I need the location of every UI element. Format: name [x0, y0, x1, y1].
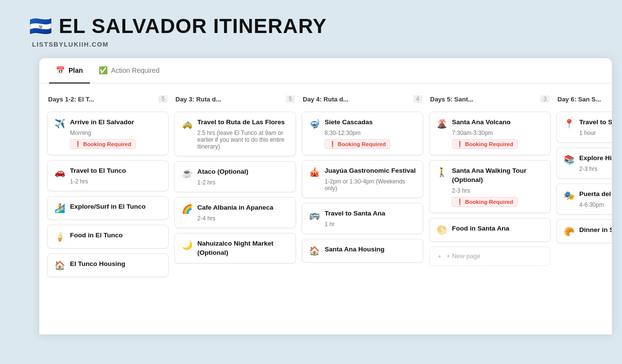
walk-icon: 🚶: [436, 167, 447, 178]
tab-bar: 📅 Plan ✅ Action Required: [39, 58, 612, 83]
rainbow-icon: 🌈: [182, 204, 192, 215]
card-festival[interactable]: 🎪 Juayúa Gastronomic Festival 1-2pm or 1…: [302, 160, 423, 198]
column-title-4: Days 5: Sant...: [430, 96, 473, 103]
card-cafe-sub: 2-4 hrs: [197, 215, 274, 222]
pin-icon: 📍: [564, 118, 574, 129]
new-page-label: + New page: [447, 252, 481, 260]
tab-plan-label: Plan: [69, 66, 83, 74]
column-days-5: Days 5: Sant... 3 🌋 Santa Ana Volcano 7:…: [429, 93, 551, 323]
card-ataco[interactable]: ☕ Ataco (Optional) 1-2 hrs: [174, 161, 296, 192]
plus-icon: ＋: [436, 252, 443, 261]
site-url: LISTSBYLUKIIH.COM: [29, 41, 593, 48]
card-siete-cascadas[interactable]: 🤿 Siete Cascadas 8:30-12:30pm ❗ Booking …: [302, 112, 423, 155]
page-header: 🇸🇻 EL SALVADOR ITINERARY LISTSBYLUKIIH.C…: [0, 0, 622, 58]
card-travel-tunco[interactable]: 🚗 Travel to El Tunco 1-2 hrs: [47, 160, 169, 191]
card-walking-sub: 2-3 hrs: [452, 187, 543, 194]
booking-badge-siete: ❗ Booking Required: [325, 139, 390, 149]
column-title-3: Day 4: Ruta d...: [303, 96, 348, 103]
card-walking-tour[interactable]: 🚶 Santa Ana Walking Tour (Optional) 2-3 …: [429, 160, 551, 213]
card-travel-ruta-title: Travel to Ruta de Las Flores: [197, 118, 289, 127]
calendar-icon: 📅: [56, 66, 65, 75]
card-ataco-sub: 1-2 hrs: [197, 179, 248, 186]
card-travel-ruta[interactable]: 🚕 Travel to Ruta de Las Flores 2.5 hrs (…: [174, 112, 296, 156]
column-day-3: Day 3: Ruta d... 5 🚕 Travel to Ruta de L…: [174, 93, 296, 323]
card-sunset-title: Puerta del Diablo (Sunset): [579, 190, 612, 199]
card-housing-tunco[interactable]: 🏠 El Tunco Housing: [47, 253, 169, 277]
tab-action-required[interactable]: ✅ Action Required: [92, 58, 167, 83]
card-volcano-sub: 7:30am-3:30pm: [452, 130, 518, 136]
column-count-3: 4: [413, 95, 422, 103]
moon-icon: 🌙: [182, 240, 192, 250]
volcano-icon: 🌋: [436, 118, 447, 129]
book-icon: 📚: [564, 154, 574, 165]
card-nahuizalco-title: Nahuizalco Night Market (Optional): [197, 239, 289, 258]
card-surf[interactable]: 🏄 Explore/Surf in El Tunco: [47, 196, 169, 220]
card-ataco-title: Ataco (Optional): [197, 167, 248, 177]
card-dinner-title: Dinner in San Salvador: [579, 226, 612, 235]
coffee-icon: ☕: [182, 168, 192, 179]
column-count-2: 5: [286, 95, 295, 103]
card-historic-sub: 2-3 hrs: [579, 165, 612, 172]
moon2-icon: 🌕: [436, 225, 447, 235]
card-siete-title: Siete Cascadas: [325, 118, 390, 127]
column-header-1: Days 1-2: El T... 5: [47, 93, 169, 107]
column-count-1: 5: [158, 95, 168, 103]
card-arrive[interactable]: ✈️ Arrive in El Salvador Morning ❗ Booki…: [47, 112, 169, 155]
card-arrive-title: Arrive in El Salvador: [70, 118, 136, 127]
column-title-1: Days 1-2: El T...: [48, 96, 94, 103]
card-siete-sub: 8:30-12:30pm: [325, 130, 390, 136]
kanban-board: Days 1-2: El T... 5 ✈️ Arrive in El Salv…: [39, 83, 612, 332]
card-housing-santa-ana[interactable]: 🏠 Santa Ana Housing: [302, 239, 423, 263]
card-food-santa-ana[interactable]: 🌕 Food in Santa Ana: [429, 218, 551, 242]
column-header-2: Day 3: Ruta d... 5: [174, 93, 296, 107]
card-volcano-title: Santa Ana Volcano: [452, 118, 518, 127]
check-icon: ✅: [99, 66, 108, 75]
column-day-6: Day 6: San S... 6 📍 Travel to San Salvad…: [556, 93, 612, 323]
card-travel-santa-ana[interactable]: 🚌 Travel to Santa Ana 1 hr: [302, 203, 423, 234]
card-food-santa-ana-title: Food in Santa Ana: [452, 224, 509, 233]
column-header-3: Day 4: Ruta d... 4: [302, 93, 423, 107]
card-travel-ss-sub: 1 hour: [579, 130, 612, 136]
house-icon: 🏠: [54, 260, 65, 271]
booking-badge-volcano: ❗ Booking Required: [452, 139, 518, 149]
column-title-2: Day 3: Ruta d...: [175, 96, 221, 103]
festival-icon: 🎪: [309, 167, 320, 178]
croissant-icon: 🥐: [564, 226, 574, 237]
card-surf-title: Explore/Surf in El Tunco: [70, 202, 146, 212]
card-travel-san-salvador[interactable]: 📍 Travel to San Salvador 1 hour: [556, 112, 612, 143]
page-title: EL SALVADOR ITINERARY: [59, 15, 327, 38]
snorkel-icon: 🤿: [309, 118, 320, 129]
card-food-tunco-title: Food in El Tunco: [70, 231, 122, 240]
card-festival-sub: 1-2pm or 1:30-4pm (Weekends only): [325, 178, 416, 192]
card-travel-santa-ana-sub: 1 hr: [325, 221, 385, 228]
main-card: 📅 Plan ✅ Action Required Days 1-2: El T.…: [39, 58, 612, 334]
card-food-tunco[interactable]: 🍦 Food in El Tunco: [47, 225, 169, 248]
column-header-4: Days 5: Sant... 3: [429, 93, 551, 107]
card-sunset-sub: 4-6:30pm: [579, 201, 612, 208]
card-historic-center[interactable]: 📚 Explore Historic Center 2-3 hrs: [556, 148, 612, 179]
column-count-4: 3: [540, 95, 550, 103]
theater-icon: 🎭: [564, 190, 574, 201]
taxi-icon: 🚕: [182, 118, 192, 129]
card-travel-tunco-sub: 1-2 hrs: [70, 178, 126, 185]
tab-plan[interactable]: 📅 Plan: [49, 58, 90, 83]
card-housing-santa-ana-title: Santa Ana Housing: [325, 245, 384, 254]
tab-action-label: Action Required: [111, 66, 160, 74]
column-title-5: Day 6: San S...: [557, 96, 601, 103]
card-cafe-albania[interactable]: 🌈 Cafe Albania in Apaneca 2-4 hrs: [174, 197, 296, 228]
card-travel-ruta-sub: 2.5 hrs (leave El Tunco at 9am or earlie…: [197, 130, 289, 150]
food-icon: 🍦: [54, 232, 65, 242]
booking-badge-walking: ❗ Booking Required: [452, 197, 518, 207]
car-icon: 🚗: [54, 167, 65, 178]
booking-badge-arrive: ❗ Booking Required: [70, 139, 136, 149]
card-dinner[interactable]: 🥐 Dinner in San Salvador: [556, 219, 612, 243]
column-day-4: Day 4: Ruta d... 4 🤿 Siete Cascadas 8:30…: [302, 93, 423, 323]
card-cafe-title: Cafe Albania in Apaneca: [197, 203, 274, 213]
surf-icon: 🏄: [54, 203, 65, 214]
card-walking-title: Santa Ana Walking Tour (Optional): [452, 166, 543, 185]
card-travel-ss-title: Travel to San Salvador: [579, 118, 612, 127]
card-sunset[interactable]: 🎭 Puerta del Diablo (Sunset) 4-6:30pm: [556, 183, 612, 215]
new-page-button[interactable]: ＋ + New page: [429, 247, 551, 266]
card-nahuizalco[interactable]: 🌙 Nahuizalco Night Market (Optional): [174, 233, 296, 264]
card-volcano[interactable]: 🌋 Santa Ana Volcano 7:30am-3:30pm ❗ Book…: [429, 112, 551, 155]
